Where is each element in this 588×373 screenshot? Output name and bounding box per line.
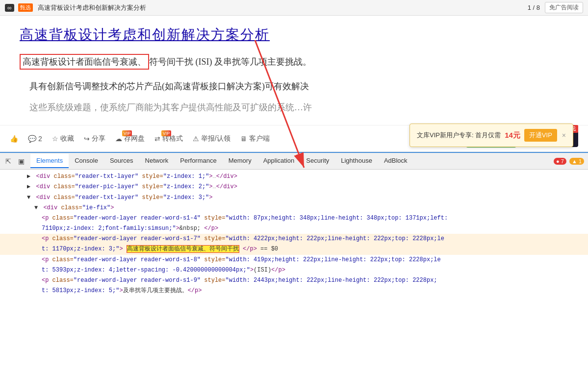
ad-free-button[interactable]: 免广告阅读 (545, 2, 583, 13)
tag-4: <div (43, 204, 57, 211)
comment-count: 2 (38, 135, 42, 143)
tag-p11: <p (42, 277, 49, 284)
vip-open-button[interactable]: 开通VIP (524, 129, 557, 142)
text-12: 及串扰等几项主要挑战。 (123, 287, 188, 294)
attr-value-class-1: "reader-txt-layer" (75, 173, 139, 180)
text-10: (ISI) (254, 267, 271, 274)
devtools-content: ▶ <div class="reader-txt-layer" style="z… (0, 170, 588, 298)
client-button[interactable]: 🖥 客户端 (240, 134, 270, 143)
content-line-2: 具有创新信号调整技术的芯片产品(如高速背板接口解决方案)可有效解决 (29, 78, 568, 94)
attr-style-11: style= (204, 277, 225, 284)
document-title: 高速背板设计考虑和创新解决方案分析 (20, 25, 568, 44)
vip-popup: 文库VIP新用户专享: 首月仅需 14元 开通VIP × (409, 124, 573, 147)
convert-icon: ⇄ (154, 135, 160, 143)
attr-value-class-5: "reader-word-layer reader-word-s1-4" (74, 215, 201, 222)
attr-value-cont-10: t: 5393px;z-index: 4;letter-spacing: -0.… (42, 267, 250, 274)
logo-area: ∞ 甄选 (5, 3, 33, 12)
highlighted-text: 高速背板设计者面临信号衰减、 (20, 54, 149, 70)
attr-style-5: style= (204, 215, 225, 222)
attr-value-class-9: "reader-word-layer reader-word-s1-8" (74, 256, 201, 263)
collect-button[interactable]: ☆ 收藏 (52, 134, 74, 143)
line1-row: 高速背板设计者面临信号衰减、 符号间干扰 (ISI) 及串扰等几项主要挑战。 (20, 54, 568, 75)
tab-network[interactable]: Network (139, 154, 175, 168)
storage-icon: ☁ (115, 135, 122, 143)
tag-p7: <p (42, 235, 49, 242)
infinity-icon: ∞ (5, 4, 14, 12)
attr-value-class-2: "reader-pic-layer" (75, 183, 139, 190)
code-line-11: <p class="reader-word-layer reader-word-… (0, 275, 588, 286)
devtools-device-icon[interactable]: ▣ (17, 157, 26, 166)
tag-close-p6: > (176, 225, 179, 232)
vip-close-icon[interactable]: × (562, 131, 566, 139)
collect-icon: ☆ (52, 135, 58, 143)
tab-memory[interactable]: Memory (223, 154, 257, 168)
comment-button[interactable]: 💬 2 (28, 135, 42, 143)
devtools-tab-controls: ⇱ ▣ (4, 157, 26, 166)
tab-sources[interactable]: Sources (104, 154, 139, 168)
tab-lighthouse[interactable]: Lighthouse (335, 154, 378, 168)
devtools-cursor-icon[interactable]: ⇱ (4, 157, 13, 166)
tag-p5: <p (42, 215, 49, 222)
attr-class-9: class= (52, 256, 74, 263)
content-line-3: 这些系统级难题，使系统厂商能为其客户提供高性能及可扩级的系统…许 (29, 99, 568, 115)
top-bar-right: 1 / 8 免广告阅读 (528, 2, 583, 13)
tag-close-1: > (209, 173, 212, 180)
attr-value-cont-6: 7110px;z-index: 2;font-family:simsun;" (42, 225, 176, 232)
tab-console[interactable]: Console (69, 154, 104, 168)
like-icon: 👍 (10, 135, 18, 143)
attr-class-3: class= (53, 194, 75, 201)
report-button[interactable]: ⚠ 举报/认领 (193, 134, 230, 143)
attr-style-7: style= (204, 235, 225, 242)
vip-badge-storage: VIP (122, 130, 132, 136)
content-wrapper: 高速背板设计考虑和创新解决方案分析 高速背板设计者面临信号衰减、 符号间干扰 (… (0, 16, 588, 152)
tag-close-p12: > (119, 287, 123, 294)
selected-text-content: 高速背板设计者面临信号衰减、符号间干扰 (127, 245, 239, 253)
attr-style-9: style= (204, 256, 225, 263)
attr-value-style-9: "width: 419px;height: 222px;line-height:… (226, 256, 441, 263)
comment-icon: 💬 (28, 135, 36, 143)
code-line-8: t: 1170px;z-index: 3;"> 高速背板设计者面临信号衰减、符号… (0, 244, 588, 254)
main-content: 高速背板设计考虑和创新解决方案分析 高速背板设计者面临信号衰减、 符号间干扰 (… (0, 16, 588, 125)
line1-rest: 符号间干扰 (ISI) 及串扰等几项主要挑战。 (149, 54, 311, 70)
attr-value-cont-12: t: 5813px;z-index: 5;" (42, 287, 119, 294)
tag-3: <div (36, 194, 50, 201)
attr-value-style-1: "z-index: 1;" (163, 173, 209, 180)
devtools-panel: ⇱ ▣ Elements Console Sources Network Per… (0, 152, 588, 298)
code-line-6: 7110px;z-index: 2;font-family:simsun;">&… (0, 224, 588, 234)
tab-application[interactable]: Application (257, 154, 301, 168)
tag-p9: <p (42, 256, 49, 263)
attr-value-class-7: "reader-word-layer reader-word-s1-7" (74, 235, 201, 242)
vip-badge-convert: VIP (161, 130, 172, 136)
tag-1: <div (36, 173, 50, 180)
attr-value-cont-8: t: 1170px;z-index: 3;" (42, 246, 119, 252)
convert-button[interactable]: VIP ⇄ 转格式 (154, 134, 183, 143)
vip-popup-price: 14元 (505, 131, 520, 140)
report-icon: ⚠ (193, 135, 199, 143)
attr-value-class-4: "ie-fix" (82, 204, 111, 211)
attr-value-style-11: "width: 2443px;height: 222px;line-height… (226, 277, 437, 284)
code-line-3: ▼ <div class="reader-txt-layer" style="z… (0, 193, 588, 203)
storage-button[interactable]: VIP ☁ 存网盘 (115, 134, 145, 143)
dollar-sign: == $0 (260, 246, 278, 252)
attr-value-style-2: "z-index: 2;" (163, 183, 209, 190)
tag-close-4: > (110, 204, 114, 211)
attr-class-1: class= (53, 173, 75, 180)
tag-end-1: </div> (216, 173, 237, 180)
like-button[interactable]: 👍 (10, 135, 18, 143)
arrow-1: ▶ (27, 173, 30, 180)
tab-elements[interactable]: Elements (30, 154, 69, 168)
share-button[interactable]: ↪ 分享 (84, 134, 105, 143)
tag-end-p12: </p> (188, 287, 202, 294)
code-line-1: ▶ <div class="reader-txt-layer" style="z… (0, 172, 588, 182)
ellipsis-2: … (213, 183, 216, 190)
attr-style-2: style= (142, 183, 163, 190)
tag-close-2: > (209, 183, 212, 190)
tab-security[interactable]: Security (300, 154, 335, 168)
tag-end-2: </div> (216, 183, 237, 190)
tab-adblock[interactable]: AdBlock (378, 154, 413, 168)
share-icon: ↪ (84, 135, 90, 143)
tab-performance[interactable]: Performance (174, 154, 222, 168)
code-line-12: t: 5813px;z-index: 5;">及串扰等几项主要挑战。</p> (0, 286, 588, 296)
share-label: 分享 (92, 134, 105, 143)
collect-label: 收藏 (60, 134, 74, 143)
